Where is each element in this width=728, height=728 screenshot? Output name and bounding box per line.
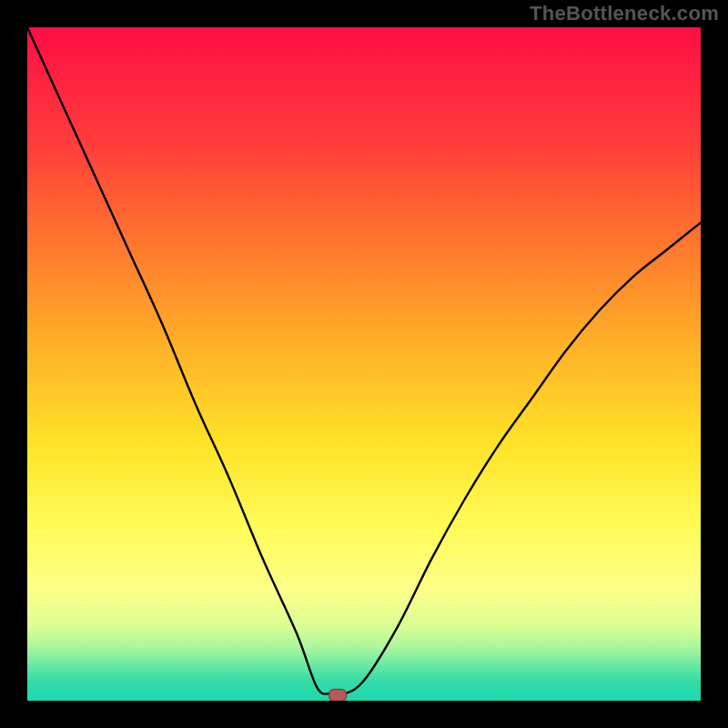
curve-layer [27,27,701,701]
plot-area [27,27,701,701]
optimal-marker [329,689,347,701]
chart-frame: TheBottleneck.com [0,0,728,728]
attribution-text: TheBottleneck.com [530,2,719,25]
bottleneck-curve [27,27,701,695]
